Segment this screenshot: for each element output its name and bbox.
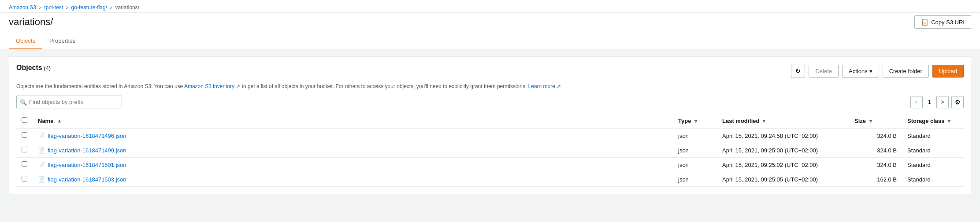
row-checkbox-cell	[16, 143, 33, 158]
pagination-row: < 1 > ⚙	[910, 96, 964, 108]
row-size-cell: 324.0 B	[849, 158, 902, 172]
th-storage-label: Storage class	[907, 118, 945, 124]
table-row: 📄 flag-variation-1618471501.json json Ap…	[16, 158, 964, 172]
file-name-3: flag-variation-1618471503.json	[48, 176, 126, 183]
upload-button[interactable]: Upload	[932, 65, 964, 78]
row-storage-cell: Standard	[902, 128, 964, 143]
tabs: Objects Properties	[0, 33, 980, 49]
row-checkbox-1[interactable]	[22, 147, 27, 152]
create-folder-button[interactable]: Create folder	[883, 65, 929, 78]
th-type: Type ▿	[673, 114, 717, 128]
objects-title: Objects	[16, 64, 42, 71]
size-sort-icon[interactable]: ▿	[869, 118, 872, 124]
settings-icon: ⚙	[955, 99, 961, 106]
search-bar-row: 🔍 < 1 > ⚙	[16, 96, 964, 108]
file-link-2[interactable]: 📄 flag-variation-1618471501.json	[38, 162, 668, 168]
row-type-cell: json	[673, 172, 717, 187]
refresh-icon: ↻	[795, 67, 801, 74]
pagination-prev-button[interactable]: <	[910, 96, 923, 108]
objects-panel: Objects (4) ↻ Delete Actions ▾ Create fo…	[9, 56, 971, 194]
inventory-link[interactable]: Amazon S3 inventory	[184, 83, 234, 89]
type-sort-icon[interactable]: ▿	[694, 118, 697, 124]
search-input-wrap: 🔍	[16, 96, 122, 108]
pagination-settings-button[interactable]: ⚙	[951, 96, 964, 108]
page-title: variations/	[9, 16, 53, 28]
row-name-cell: 📄 flag-variation-1618471503.json	[33, 172, 673, 187]
search-input[interactable]	[16, 96, 122, 108]
table-row: 📄 flag-variation-1618471503.json json Ap…	[16, 172, 964, 187]
actions-button[interactable]: Actions ▾	[842, 65, 879, 78]
row-modified-cell: April 15, 2021, 09:24:58 (UTC+02:00)	[717, 128, 849, 143]
file-icon-0: 📄	[38, 133, 45, 139]
file-link-0[interactable]: 📄 flag-variation-1618471496.json	[38, 133, 668, 139]
copy-s3-uri-button[interactable]: 📋 Copy S3 URI	[914, 15, 971, 29]
breadcrumb-go-feature-flag[interactable]: go-feature-flag/	[71, 4, 107, 11]
th-name-label: Name	[38, 118, 53, 124]
row-storage-cell: Standard	[902, 143, 964, 158]
main-content: Objects (4) ↻ Delete Actions ▾ Create fo…	[0, 49, 980, 201]
table-row: 📄 flag-variation-1618471496.json json Ap…	[16, 128, 964, 143]
th-select-all	[16, 114, 33, 128]
copy-icon: 📋	[921, 18, 928, 26]
table-row: 📄 flag-variation-1618471499.json json Ap…	[16, 143, 964, 158]
learn-more-link[interactable]: Learn more	[528, 83, 555, 89]
file-name-1: flag-variation-1618471499.json	[48, 147, 126, 154]
row-checkbox-cell	[16, 172, 33, 187]
tab-objects[interactable]: Objects	[9, 33, 42, 49]
file-link-1[interactable]: 📄 flag-variation-1618471499.json	[38, 147, 668, 154]
breadcrumb-current: variations/	[115, 4, 139, 11]
row-checkbox-2[interactable]	[22, 161, 27, 167]
file-name-2: flag-variation-1618471501.json	[48, 162, 126, 168]
objects-actions: ↻ Delete Actions ▾ Create folder Upload	[791, 64, 964, 78]
row-size-cell: 324.0 B	[849, 143, 902, 158]
row-checkbox-0[interactable]	[22, 132, 27, 138]
file-icon-1: 📄	[38, 147, 45, 154]
th-size: Size ▿	[849, 114, 902, 128]
desc-text-mid: to get a list of all objects in your buc…	[240, 83, 528, 89]
breadcrumb-amazon-s3[interactable]: Amazon S3	[9, 4, 36, 11]
row-modified-cell: April 15, 2021, 09:25:00 (UTC+02:00)	[717, 143, 849, 158]
file-name-0: flag-variation-1618471496.json	[48, 133, 126, 139]
objects-description: Objects are the fundamental entities sto…	[16, 82, 964, 90]
row-storage-cell: Standard	[902, 158, 964, 172]
row-type-cell: json	[673, 158, 717, 172]
row-storage-cell: Standard	[902, 172, 964, 187]
modified-sort-icon[interactable]: ▿	[763, 118, 765, 124]
desc-text-before: Objects are the fundamental entities sto…	[16, 83, 184, 89]
objects-title-wrap: Objects (4)	[16, 64, 51, 72]
row-checkbox-cell	[16, 128, 33, 143]
row-size-cell: 324.0 B	[849, 128, 902, 143]
pagination-next-button[interactable]: >	[936, 96, 949, 108]
delete-button[interactable]: Delete	[809, 65, 839, 78]
row-name-cell: 📄 flag-variation-1618471501.json	[33, 158, 673, 172]
th-storage-class: Storage class ▿	[902, 114, 964, 128]
select-all-checkbox[interactable]	[22, 117, 27, 123]
th-name: Name ▲	[33, 114, 673, 128]
storage-sort-icon[interactable]: ▿	[948, 118, 950, 124]
th-modified-label: Last modified	[722, 118, 760, 124]
objects-header: Objects (4) ↻ Delete Actions ▾ Create fo…	[16, 64, 964, 78]
row-type-cell: json	[673, 128, 717, 143]
objects-table: Name ▲ Type ▿ Last modified ▿ Size	[16, 114, 964, 187]
breadcrumb-sep-2: >	[66, 5, 68, 10]
table-header-row: Name ▲ Type ▿ Last modified ▿ Size	[16, 114, 964, 128]
page-header: variations/ 📋 Copy S3 URI	[0, 13, 980, 33]
row-modified-cell: April 15, 2021, 09:25:02 (UTC+02:00)	[717, 158, 849, 172]
th-size-label: Size	[854, 118, 866, 124]
file-link-3[interactable]: 📄 flag-variation-1618471503.json	[38, 176, 668, 183]
objects-count-num: (4)	[44, 65, 51, 71]
prev-icon: <	[915, 99, 918, 105]
file-icon-2: 📄	[38, 162, 45, 168]
breadcrumb-tpoi-test[interactable]: tpoi-test	[44, 4, 63, 11]
pagination-page: 1	[925, 99, 934, 105]
file-icon-3: 📄	[38, 176, 45, 183]
row-size-cell: 162.0 B	[849, 172, 902, 187]
breadcrumb-sep-1: >	[39, 5, 41, 10]
row-type-cell: json	[673, 143, 717, 158]
row-name-cell: 📄 flag-variation-1618471499.json	[33, 143, 673, 158]
name-sort-icon[interactable]: ▲	[57, 118, 62, 123]
tab-properties[interactable]: Properties	[42, 33, 82, 49]
refresh-button[interactable]: ↻	[791, 64, 805, 78]
row-checkbox-3[interactable]	[22, 176, 27, 181]
next-icon: >	[941, 99, 944, 105]
